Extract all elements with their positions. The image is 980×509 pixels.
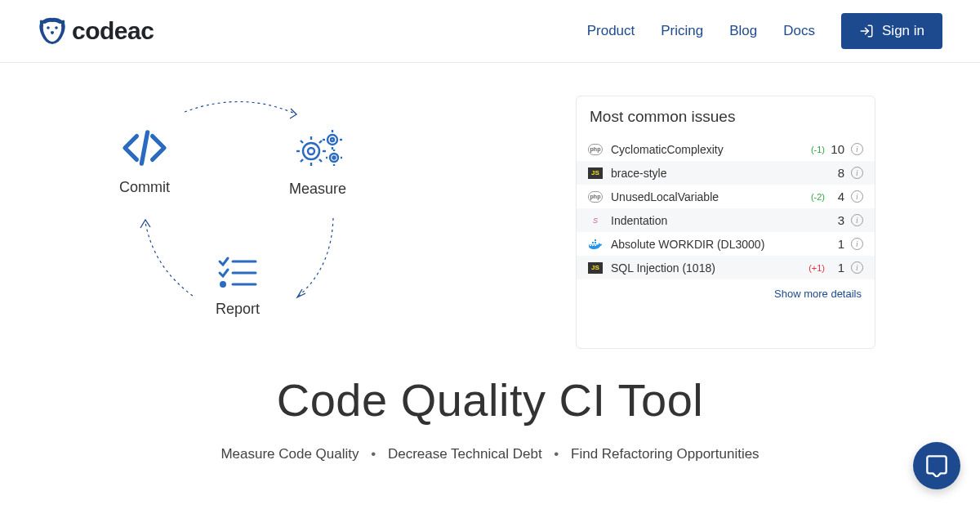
svg-point-1 xyxy=(55,26,58,29)
cycle-commit-label: Commit xyxy=(119,179,170,196)
cycle-measure-label: Measure xyxy=(289,181,346,198)
cycle-diagram: Commit Measure xyxy=(111,96,487,349)
headline-text: Code Quality CI Tool xyxy=(0,373,980,426)
issue-delta: (-2) xyxy=(811,192,825,202)
page-subhead: Measure Code Quality • Decrease Technica… xyxy=(0,446,980,462)
issue-name: CyclomaticComplexity xyxy=(611,143,811,156)
issue-count: 4 xyxy=(830,190,844,203)
chat-button[interactable] xyxy=(913,442,960,489)
cycle-report-label: Report xyxy=(216,301,260,318)
cycle-measure: Measure xyxy=(289,128,346,198)
js-icon: JS xyxy=(588,262,603,274)
issue-delta: (-1) xyxy=(811,145,825,154)
info-icon[interactable]: i xyxy=(851,190,863,203)
svg-line-13 xyxy=(319,141,322,143)
issue-name: SQL Injection (1018) xyxy=(611,261,808,275)
subhead-b: Decrease Technical Debt xyxy=(388,446,542,462)
svg-point-14 xyxy=(327,135,337,145)
brand-name: codeac xyxy=(72,17,154,45)
issues-panel: Most common issues php CyclomaticComplex… xyxy=(576,96,875,349)
svg-point-4 xyxy=(303,143,319,159)
php-icon: php xyxy=(588,191,603,203)
bear-icon xyxy=(38,17,67,45)
issue-count: 1 xyxy=(830,261,844,275)
info-icon[interactable]: i xyxy=(851,143,863,155)
svg-point-28 xyxy=(221,283,225,287)
issue-row[interactable]: Absolute WORKDIR (DL3000) 1 i xyxy=(577,232,875,256)
cycle-commit: Commit xyxy=(119,128,170,196)
chat-icon xyxy=(925,454,948,477)
info-icon[interactable]: i xyxy=(851,214,863,226)
subhead-sep: • xyxy=(554,446,559,462)
issue-name: UnusedLocalVariable xyxy=(611,190,811,203)
svg-point-20 xyxy=(330,154,338,162)
issue-name: Absolute WORKDIR (DL3000) xyxy=(611,238,825,251)
docker-icon xyxy=(588,239,603,250)
svg-point-0 xyxy=(47,26,50,29)
svg-line-3 xyxy=(141,132,147,163)
issue-row[interactable]: JS brace-style 8 i xyxy=(577,161,875,185)
page-headline: Code Quality CI Tool xyxy=(0,373,980,426)
svg-line-11 xyxy=(319,159,322,162)
issue-name: brace-style xyxy=(611,167,825,180)
signin-icon xyxy=(859,24,874,38)
cycle-report: Report xyxy=(216,255,260,318)
subhead-a: Measure Code Quality xyxy=(220,446,359,462)
issue-row[interactable]: php CyclomaticComplexity (-1) 10 i xyxy=(577,137,875,161)
issue-count: 10 xyxy=(830,142,844,156)
issue-row[interactable]: php UnusedLocalVariable (-2) 4 i xyxy=(577,185,875,208)
info-icon[interactable]: i xyxy=(851,167,863,179)
gears-icon xyxy=(292,128,344,169)
info-icon[interactable]: i xyxy=(851,261,863,274)
code-icon xyxy=(121,128,168,167)
svg-point-15 xyxy=(331,138,334,141)
info-icon[interactable]: i xyxy=(851,238,863,250)
issue-name: Indentation xyxy=(611,214,825,227)
nav-docs[interactable]: Docs xyxy=(783,23,815,39)
hero-section: Commit Measure xyxy=(0,63,980,349)
subhead-c: Find Refactoring Opportunities xyxy=(571,446,760,462)
svg-line-10 xyxy=(301,141,303,143)
issues-list: php CyclomaticComplexity (-1) 10 i JS br… xyxy=(577,137,875,279)
nav-product[interactable]: Product xyxy=(587,23,635,39)
site-header: codeac Product Pricing Blog Docs Sign in xyxy=(0,0,980,63)
issue-count: 1 xyxy=(830,237,844,251)
issue-row[interactable]: JS SQL Injection (1018) (+1) 1 i xyxy=(577,256,875,279)
issue-row[interactable]: S Indentation 3 i xyxy=(577,208,875,232)
nav-pricing[interactable]: Pricing xyxy=(661,23,703,39)
issue-delta: (+1) xyxy=(808,263,825,273)
issue-count: 8 xyxy=(830,166,844,180)
show-more-link[interactable]: Show more details xyxy=(577,279,875,300)
svg-point-21 xyxy=(333,157,336,159)
php-icon: php xyxy=(588,144,603,155)
issue-count: 3 xyxy=(830,213,844,227)
sass-icon: S xyxy=(588,215,603,226)
svg-point-5 xyxy=(308,148,314,154)
signin-label: Sign in xyxy=(882,23,924,39)
main-nav: Product Pricing Blog Docs Sign in xyxy=(587,13,942,49)
signin-button[interactable]: Sign in xyxy=(841,13,942,49)
nav-blog[interactable]: Blog xyxy=(729,23,757,39)
checklist-icon xyxy=(216,255,259,289)
brand-logo[interactable]: codeac xyxy=(38,17,154,45)
svg-line-12 xyxy=(301,159,303,162)
js-icon: JS xyxy=(588,167,603,179)
subhead-sep: • xyxy=(371,446,376,462)
issues-title: Most common issues xyxy=(577,108,875,126)
